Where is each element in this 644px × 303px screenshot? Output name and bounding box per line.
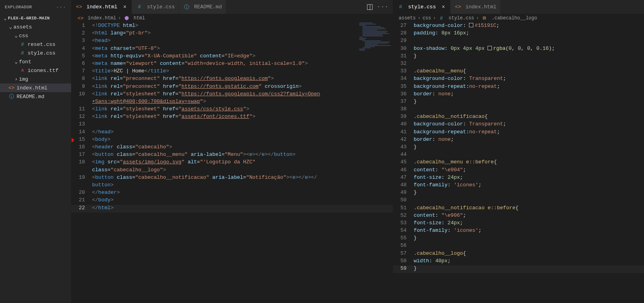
- tab[interactable]: <>index.html×: [72, 0, 132, 14]
- code-line[interactable]: 42 border: none;: [393, 136, 644, 144]
- code-line[interactable]: 46 content: "\e904";: [393, 167, 644, 174]
- code-line[interactable]: 33 .cabecalho__menu{: [393, 68, 644, 76]
- tree-file[interactable]: Aicones.ttf: [0, 66, 71, 75]
- code-line[interactable]: 28 padding: 8px 16px;: [393, 30, 644, 38]
- code-line[interactable]: 12 <link rel="stylesheet" href="assets/f…: [72, 114, 393, 121]
- tree-file[interactable]: #reset.css: [0, 40, 71, 49]
- code-line[interactable]: 48 font-family: 'icones';: [393, 182, 644, 189]
- close-icon[interactable]: ×: [441, 4, 446, 10]
- code-content: content: "\e904";: [414, 167, 644, 174]
- tab[interactable]: #style.css: [132, 0, 179, 14]
- code-line[interactable]: 35 background-repeat:no-repeat;: [393, 83, 644, 91]
- line-number: [72, 167, 92, 174]
- code-line[interactable]: 39 .cabecalho__notificacao{: [393, 114, 644, 121]
- code-line[interactable]: 19 <button class="cabecalho__notificacao…: [72, 174, 393, 182]
- code-line[interactable]: 55 }: [393, 235, 644, 242]
- code-line[interactable]: 50: [393, 197, 644, 205]
- code-line[interactable]: 15<body>: [72, 136, 393, 144]
- code-line[interactable]: 38: [393, 106, 644, 114]
- code-line[interactable]: 2<html lang="pt-br">: [72, 30, 393, 38]
- code-line[interactable]: 56: [393, 242, 644, 250]
- code-line[interactable]: 10 <link rel="stylesheet" href="https://…: [72, 91, 393, 98]
- code-line[interactable]: 20 </header>: [72, 189, 393, 197]
- code-content: font-size: 24px;: [414, 174, 644, 182]
- code-line[interactable]: 8 <link rel="preconnect" href="https://f…: [72, 76, 393, 83]
- code-line[interactable]: 13: [72, 121, 393, 129]
- code-line[interactable]: class="cabecalho__logo">: [72, 167, 393, 174]
- tree-file[interactable]: #style.css: [0, 49, 71, 57]
- project-root[interactable]: ⌄ FLEX-E-GRID-MAIN: [0, 14, 71, 23]
- tab[interactable]: <>index.html: [450, 0, 501, 14]
- chevron-icon: ›: [13, 76, 19, 82]
- code-line[interactable]: 4 <meta charset="UTF-8">: [72, 45, 393, 53]
- breakpoint-icon[interactable]: [72, 138, 74, 142]
- code-line[interactable]: 47 font-size: 24px;: [393, 174, 644, 182]
- code-line[interactable]: 5 <meta http-equiv="X-UA-Compatible" con…: [72, 53, 393, 61]
- code-line[interactable]: 22</html>: [72, 205, 393, 212]
- code-line[interactable]: 21</body>: [72, 197, 393, 205]
- code-line[interactable]: 52 content: "\e906";: [393, 212, 644, 220]
- line-number: 28: [393, 30, 414, 38]
- code-line[interactable]: 57 .cabecalho__logo{: [393, 250, 644, 258]
- code-line[interactable]: button>: [72, 182, 393, 189]
- code-line[interactable]: 6 <meta name="viewport" content="width=d…: [72, 61, 393, 68]
- tab[interactable]: #style.css×: [393, 0, 450, 14]
- breadcrumb-item[interactable]: .cabecalho__logo: [491, 15, 537, 21]
- code-content: <link rel="stylesheet" href="assets/css/…: [92, 106, 393, 114]
- code-line[interactable]: 37 }: [393, 98, 644, 106]
- code-line[interactable]: 32: [393, 61, 644, 68]
- split-editor-icon[interactable]: [367, 4, 373, 10]
- code-line[interactable]: 31 }: [393, 53, 644, 61]
- tree-folder[interactable]: ⌄css: [0, 31, 71, 40]
- code-line[interactable]: 44: [393, 152, 644, 159]
- code-line[interactable]: 30 box-shadow: 0px 4px 4px rgba(0, 0, 0,…: [393, 45, 644, 53]
- explorer-title: EXPLORADOR: [5, 5, 32, 9]
- close-icon[interactable]: ×: [122, 4, 128, 10]
- tree-folder[interactable]: ⌄assets: [0, 23, 71, 31]
- code-area-right[interactable]: 27 background-color: #15191C;28 padding:…: [393, 23, 644, 303]
- breadcrumb-item[interactable]: assets: [399, 15, 416, 21]
- code-line[interactable]: 53 font-size: 24px;: [393, 220, 644, 227]
- code-line[interactable]: 11 <link rel="stylesheet" href="assets/c…: [72, 106, 393, 114]
- code-line[interactable]: 51 .cabecalho__notificacao e::before{: [393, 205, 644, 212]
- code-line[interactable]: 14</head>: [72, 129, 393, 136]
- tree-folder[interactable]: ›img: [0, 75, 71, 83]
- code-line[interactable]: +Sans:wght@400;600;700&display=swap">: [72, 98, 393, 106]
- breadcrumb-item[interactable]: html: [134, 15, 145, 21]
- breadcrumb-separator: ›: [118, 15, 121, 21]
- code-area-left[interactable]: 1<!DOCTYPE html>2<html lang="pt-br">3<he…: [72, 23, 393, 303]
- code-line[interactable]: 41 background-repeat:no-repeat;: [393, 129, 644, 136]
- editor-more-icon[interactable]: ···: [377, 4, 389, 10]
- code-line[interactable]: 36 border: none;: [393, 91, 644, 98]
- breadcrumb-item[interactable]: style.css: [448, 15, 474, 21]
- breadcrumb-left[interactable]: <>index.html›⬢html: [72, 14, 393, 23]
- breadcrumb-right[interactable]: assets›css›#style.css›⊟.cabecalho__logo: [393, 14, 644, 23]
- code-line[interactable]: 29: [393, 38, 644, 45]
- tree-file[interactable]: <>index.html: [0, 83, 71, 92]
- code-line[interactable]: 7 <title>HZC | Home</title>: [72, 68, 393, 76]
- code-line[interactable]: 49 }: [393, 189, 644, 197]
- breadcrumb-item[interactable]: index.html: [88, 15, 116, 21]
- code-line[interactable]: 59 }: [393, 265, 644, 273]
- code-line[interactable]: 27 background-color: #15191C;: [393, 23, 644, 30]
- code-line[interactable]: 45 .cabecalho__menu e::before{: [393, 159, 644, 167]
- code-line[interactable]: 17 <button class="cabecalho__menu" aria-…: [72, 152, 393, 159]
- line-number: 55: [393, 235, 414, 242]
- breadcrumb-separator: ›: [418, 15, 420, 21]
- breadcrumb-item[interactable]: css: [422, 15, 431, 21]
- code-line[interactable]: 9 <link rel="preconnect" href="https://f…: [72, 83, 393, 91]
- code-line[interactable]: 58 width: 40px;: [393, 258, 644, 265]
- code-line[interactable]: 1<!DOCTYPE html>: [72, 23, 393, 30]
- code-line[interactable]: 18 <img src="assets/img/logo.svg" alt="'…: [72, 159, 393, 167]
- explorer-more-icon[interactable]: ···: [56, 5, 66, 9]
- code-line[interactable]: 43 }: [393, 144, 644, 152]
- code-line[interactable]: 34 background-color: Transparent;: [393, 76, 644, 83]
- code-line[interactable]: 16 <header class="cabecalho">: [72, 144, 393, 152]
- tab[interactable]: ⓘREADME.md: [179, 0, 226, 14]
- code-content: [414, 61, 644, 68]
- code-line[interactable]: 40 background-color: Transparent;: [393, 121, 644, 129]
- tree-folder[interactable]: ⌄font: [0, 57, 71, 66]
- tree-file[interactable]: ⓘREADME.md: [0, 92, 71, 101]
- code-line[interactable]: 54 font-family: 'icones';: [393, 227, 644, 235]
- code-line[interactable]: 3<head>: [72, 38, 393, 45]
